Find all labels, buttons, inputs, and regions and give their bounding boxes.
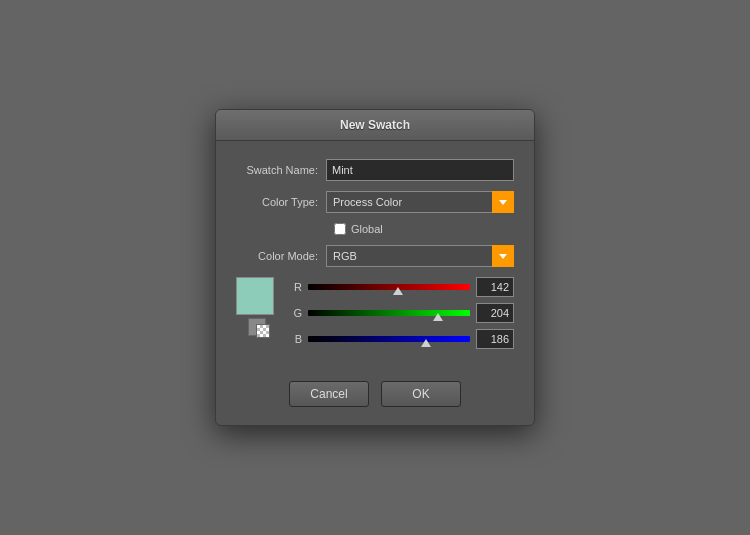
dialog-title: New Swatch [216, 110, 534, 141]
r-slider-row: R [286, 277, 514, 297]
color-type-select[interactable]: Process Color Spot Color [326, 191, 514, 213]
sliders-column: R G [286, 277, 514, 355]
g-label: G [286, 307, 302, 319]
color-mode-select[interactable]: RGB CMYK Lab Grayscale [326, 245, 514, 267]
color-mode-label: Color Mode: [236, 250, 326, 262]
ok-button[interactable]: OK [381, 381, 461, 407]
new-swatch-dialog: New Swatch Swatch Name: Color Type: Proc… [215, 109, 535, 426]
r-value-input[interactable] [476, 277, 514, 297]
global-checkbox[interactable] [334, 223, 346, 235]
b-slider-row: B [286, 329, 514, 349]
b-label: B [286, 333, 302, 345]
r-slider-input[interactable] [308, 284, 470, 290]
color-type-select-wrapper: Process Color Spot Color [326, 191, 514, 213]
dialog-body: Swatch Name: Color Type: Process Color S… [216, 141, 534, 371]
b-value-input[interactable] [476, 329, 514, 349]
cancel-button[interactable]: Cancel [289, 381, 369, 407]
color-controls-area: R G [236, 277, 514, 355]
global-row: Global [236, 223, 514, 235]
r-slider-track-wrapper [308, 280, 470, 294]
color-type-label: Color Type: [236, 196, 326, 208]
g-slider-track-wrapper [308, 306, 470, 320]
color-type-row: Color Type: Process Color Spot Color [236, 191, 514, 213]
r-label: R [286, 281, 302, 293]
color-preview-swatch [236, 277, 274, 315]
g-slider-input[interactable] [308, 310, 470, 316]
global-checkbox-label[interactable]: Global [334, 223, 383, 235]
g-value-input[interactable] [476, 303, 514, 323]
swatch-name-row: Swatch Name: [236, 159, 514, 181]
swatch-name-input[interactable] [326, 159, 514, 181]
color-mode-row: Color Mode: RGB CMYK Lab Grayscale [236, 245, 514, 267]
swatch-name-label: Swatch Name: [236, 164, 326, 176]
preview-column [236, 277, 278, 336]
g-slider-row: G [286, 303, 514, 323]
process-icon [256, 324, 270, 338]
b-slider-input[interactable] [308, 336, 470, 342]
dialog-footer: Cancel OK [216, 371, 534, 425]
b-slider-track-wrapper [308, 332, 470, 346]
color-mode-select-wrapper: RGB CMYK Lab Grayscale [326, 245, 514, 267]
